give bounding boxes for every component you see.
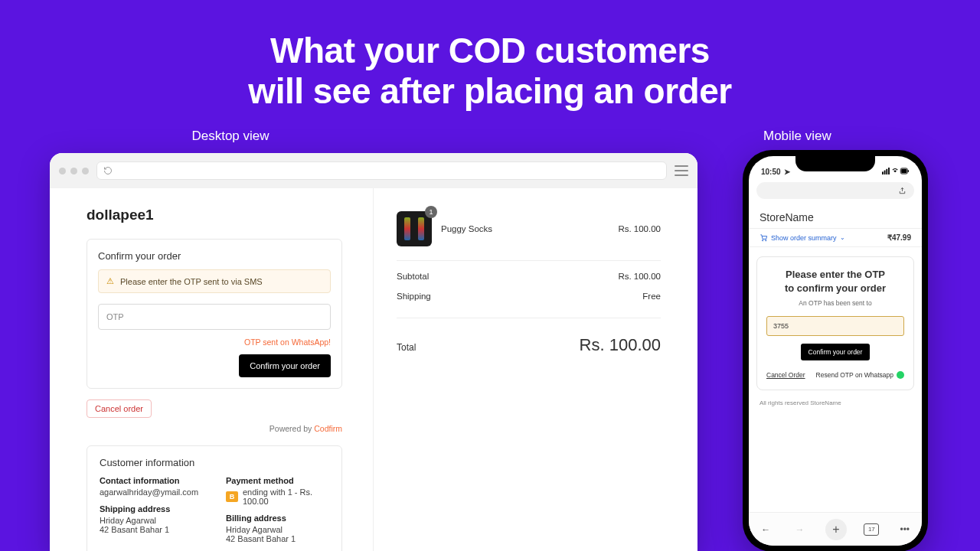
product-thumbnail: 1: [397, 211, 432, 246]
hamburger-icon[interactable]: [675, 165, 688, 176]
otp-input[interactable]: OTP: [98, 304, 331, 330]
billing-heading: Billing address: [226, 514, 329, 523]
payment-heading: Payment method: [226, 476, 329, 485]
address-bar[interactable]: [96, 161, 667, 180]
cart-icon: [760, 233, 768, 242]
mobile-address-bar[interactable]: [756, 182, 914, 199]
confirm-order-button[interactable]: Confirm your order: [239, 354, 331, 377]
subtotal-row: SubtotalRs. 100.00: [397, 272, 661, 281]
mobile-otp-input[interactable]: 3755: [766, 316, 904, 336]
product-name: Puggy Socks: [441, 224, 609, 233]
phone-notch: [795, 156, 875, 171]
contact-heading: Contact information: [100, 476, 203, 485]
whatsapp-note: OTP sent on WhatsApp!: [98, 337, 331, 347]
store-name: dollapee1: [87, 207, 342, 223]
otp-alert: ⚠ Please enter the OTP sent to via SMS: [98, 269, 331, 293]
status-icons: [882, 168, 910, 176]
contact-email: agarwalhriday@ymail.com: [100, 487, 198, 497]
mobile-store-name: StoreName: [749, 204, 922, 228]
product-price: Rs. 100.00: [618, 224, 661, 233]
mobile-otp-title: Please enter the OTPto confirm your orde…: [766, 268, 904, 295]
mobile-phone-frame: 10:50➤ StoreName Show order summary ⌄ ₹4…: [743, 150, 928, 551]
powered-by: Powered by Codfirm: [87, 424, 342, 433]
summary-amount: ₹47.99: [887, 233, 911, 242]
cancel-order-button[interactable]: Cancel order: [87, 399, 152, 418]
svg-rect-0: [882, 171, 884, 174]
svg-rect-5: [901, 169, 906, 173]
confirm-order-card: Confirm your order ⚠ Please enter the OT…: [87, 239, 342, 389]
new-tab-button[interactable]: +: [825, 519, 847, 540]
reload-icon: [103, 166, 113, 175]
svg-rect-2: [886, 169, 887, 174]
svg-point-7: [762, 240, 763, 240]
desktop-browser-window: dollapee1 Confirm your order ⚠ Please en…: [50, 153, 697, 551]
mobile-view-label: Mobile view: [763, 129, 831, 144]
mobile-confirm-button[interactable]: Confirm your order: [801, 344, 871, 360]
resend-otp-link[interactable]: Resend OTP on Whatsapp: [816, 371, 904, 379]
warning-icon: ⚠: [106, 276, 114, 286]
desktop-view-label: Desktop view: [50, 129, 411, 144]
chevron-down-icon: ⌄: [840, 234, 845, 241]
confirm-order-title: Confirm your order: [98, 250, 331, 262]
svg-rect-1: [884, 171, 886, 174]
view-labels: Desktop view Mobile view: [0, 129, 980, 144]
otp-sent-text: An OTP has been sent to: [766, 299, 904, 307]
shipping-row: ShippingFree: [397, 292, 661, 301]
hero-title: What your COD customerswill see after pl…: [0, 0, 980, 112]
customer-info-card: Customer information Contact information…: [87, 445, 342, 551]
mobile-otp-card: Please enter the OTPto confirm your orde…: [756, 256, 914, 390]
safari-toolbar: ← → + 17 •••: [749, 512, 922, 546]
svg-rect-3: [888, 168, 890, 174]
payment-method: B ending with 1 - Rs. 100.00: [226, 487, 329, 506]
browser-chrome: [50, 153, 697, 188]
order-summary-toggle[interactable]: Show order summary ⌄ ₹47.99: [749, 228, 922, 247]
share-icon: [898, 187, 906, 195]
mobile-cancel-link[interactable]: Cancel Order: [766, 371, 805, 379]
forward-icon[interactable]: →: [792, 521, 808, 538]
back-icon[interactable]: ←: [757, 521, 774, 538]
total-row: Total Rs. 100.00: [397, 318, 661, 355]
qty-badge: 1: [425, 206, 437, 218]
whatsapp-icon: [897, 371, 904, 379]
shipping-heading: Shipping address: [100, 504, 203, 514]
location-icon: ➤: [784, 168, 790, 176]
customer-info-title: Customer information: [100, 457, 329, 468]
svg-point-8: [766, 240, 766, 240]
more-icon[interactable]: •••: [897, 521, 913, 538]
mobile-footer: All rights reserved StoreName: [749, 396, 922, 409]
tabs-button[interactable]: 17: [864, 523, 879, 536]
line-item: 1 Puggy Socks Rs. 100.00: [397, 211, 661, 261]
card-icon: B: [226, 491, 238, 502]
svg-rect-6: [908, 170, 909, 172]
codfirm-link[interactable]: Codfirm: [314, 424, 342, 433]
